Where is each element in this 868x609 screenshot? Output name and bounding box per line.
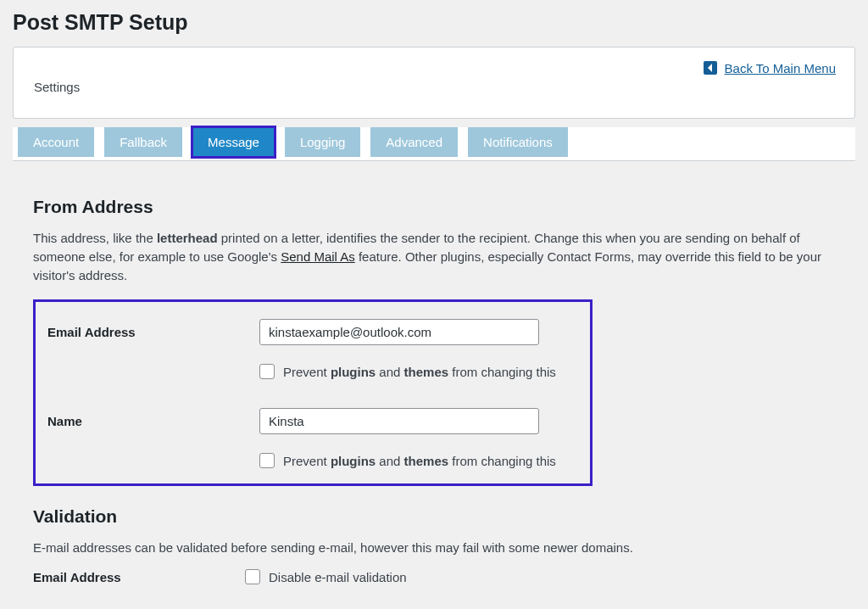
send-mail-as-link[interactable]: Send Mail As xyxy=(281,249,355,264)
prevent-post2: from changing this xyxy=(448,454,556,468)
page-title: Post SMTP Setup xyxy=(13,0,855,42)
tab-fallback[interactable]: Fallback xyxy=(104,127,182,157)
name-row: Name xyxy=(47,408,578,434)
validation-email-label: Email Address xyxy=(33,570,245,584)
prevent-mid2: and xyxy=(376,454,403,468)
prevent-b2b: themes xyxy=(404,454,449,468)
tab-notifications[interactable]: Notifications xyxy=(468,127,568,157)
prevent-b1: plugins xyxy=(331,365,376,379)
prevent-pre2: Prevent xyxy=(283,454,331,468)
validation-row: Email Address Disable e-mail validation xyxy=(33,569,838,584)
email-row: Email Address xyxy=(47,319,578,345)
from-address-form: Email Address Prevent plugins and themes… xyxy=(33,299,593,486)
prevent-mid: and xyxy=(376,365,403,379)
prevent-b2: themes xyxy=(404,365,449,379)
content-area: From Address This address, like the lett… xyxy=(13,161,855,584)
disable-validation-label: Disable e-mail validation xyxy=(269,570,407,584)
prevent-email-label: Prevent plugins and themes from changing… xyxy=(283,365,556,379)
desc-bold1: letterhead xyxy=(157,231,218,245)
desc-pre: This address, like the xyxy=(33,231,157,245)
tab-logging[interactable]: Logging xyxy=(285,127,360,157)
disable-validation-row[interactable]: Disable e-mail validation xyxy=(245,569,407,584)
prevent-name-row[interactable]: Prevent plugins and themes from changing… xyxy=(259,453,578,468)
tab-message[interactable]: Message xyxy=(192,127,275,157)
prevent-pre: Prevent xyxy=(283,365,331,379)
validation-desc: E-mail addresses can be validated before… xyxy=(33,539,838,557)
tab-advanced[interactable]: Advanced xyxy=(370,127,458,157)
tab-account[interactable]: Account xyxy=(18,127,94,157)
back-link-text[interactable]: Back To Main Menu xyxy=(725,61,836,75)
prevent-name-checkbox[interactable] xyxy=(259,453,275,468)
prevent-name-label: Prevent plugins and themes from changing… xyxy=(283,454,556,468)
arrow-left-icon xyxy=(704,61,717,75)
settings-panel: Settings Back To Main Menu xyxy=(13,47,855,119)
tabs: Account Fallback Message Logging Advance… xyxy=(13,127,855,161)
email-input[interactable] xyxy=(259,319,539,345)
prevent-post: from changing this xyxy=(448,365,556,379)
disable-validation-checkbox[interactable] xyxy=(245,569,260,584)
validation-heading: Validation xyxy=(33,506,838,527)
prevent-email-row[interactable]: Prevent plugins and themes from changing… xyxy=(259,364,578,379)
prevent-email-checkbox[interactable] xyxy=(259,364,275,379)
from-address-desc: This address, like the letterhead printe… xyxy=(33,229,838,284)
settings-label: Settings xyxy=(34,80,834,94)
name-label: Name xyxy=(47,414,259,428)
email-label: Email Address xyxy=(47,325,259,339)
prevent-b1b: plugins xyxy=(331,454,376,468)
back-to-main-menu[interactable]: Back To Main Menu xyxy=(704,61,836,75)
name-input[interactable] xyxy=(259,408,539,434)
from-address-heading: From Address xyxy=(33,197,838,217)
